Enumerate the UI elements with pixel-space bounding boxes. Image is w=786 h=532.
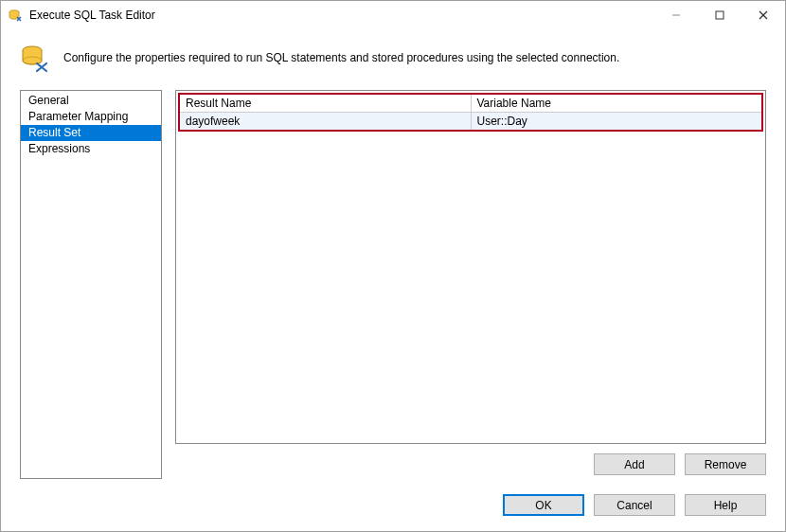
table-row[interactable]: dayofweek User::Day [180,113,761,131]
ok-button[interactable]: OK [503,494,584,516]
nav-item-expressions[interactable]: Expressions [21,141,161,157]
cancel-button[interactable]: Cancel [594,494,675,516]
help-button[interactable]: Help [685,494,766,516]
dialog-footer: OK Cancel Help [1,479,785,531]
close-button[interactable] [741,1,785,29]
nav-item-result-set[interactable]: Result Set [21,125,161,141]
window-frame: Execute SQL Task Editor Configure the pr… [0,0,786,532]
title-bar: Execute SQL Task Editor [1,1,785,29]
nav-item-general[interactable]: General [21,93,161,109]
col-header-variable-name[interactable]: Variable Name [471,95,761,113]
header-description: Configure the properties required to run… [63,51,619,64]
window-controls [654,1,785,29]
body: General Parameter Mapping Result Set Exp… [1,90,785,479]
header-row: Configure the properties required to run… [1,29,785,90]
add-button[interactable]: Add [594,453,675,475]
highlight-annotation: Result Name Variable Name dayofweek User… [178,93,763,132]
grid-header-row: Result Name Variable Name [180,95,761,113]
main-panel: Result Name Variable Name dayofweek User… [175,90,766,479]
svg-rect-2 [716,11,723,19]
app-icon [9,8,24,23]
col-header-result-name[interactable]: Result Name [180,95,471,113]
window-title: Execute SQL Task Editor [29,9,654,22]
cell-result-name[interactable]: dayofweek [180,113,471,131]
nav-panel: General Parameter Mapping Result Set Exp… [20,90,162,479]
task-icon [20,43,50,73]
nav-item-parameter-mapping[interactable]: Parameter Mapping [21,109,161,125]
result-set-grid[interactable]: Result Name Variable Name dayofweek User… [180,95,761,130]
result-set-grid-container: Result Name Variable Name dayofweek User… [175,90,766,444]
maximize-button[interactable] [698,1,741,29]
remove-button[interactable]: Remove [685,453,766,475]
minimize-button[interactable] [654,1,698,29]
cell-variable-name[interactable]: User::Day [471,113,761,131]
grid-action-row: Add Remove [175,444,766,479]
